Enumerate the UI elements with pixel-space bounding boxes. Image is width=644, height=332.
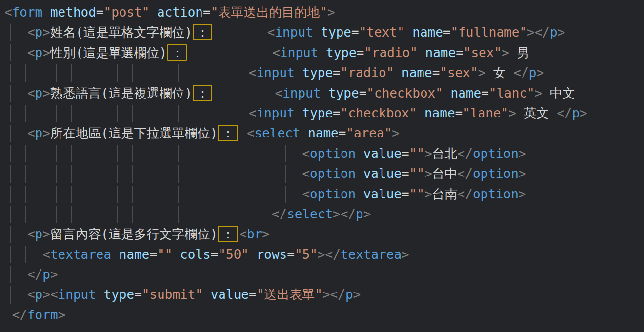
indent-guide xyxy=(255,186,255,203)
code-token: "radio" xyxy=(341,65,394,80)
code-token: < xyxy=(27,126,35,140)
indent-guide xyxy=(178,165,179,182)
code-token: > xyxy=(42,86,50,100)
code-line[interactable]: <p><input type="submit" value="送出表單"></p… xyxy=(4,285,644,305)
code-token: 台中 xyxy=(432,166,458,181)
code-token: input xyxy=(58,287,96,302)
indent-whitespace xyxy=(4,43,27,63)
code-line[interactable]: <p>姓名(這是單格文字欄位)： <input type="text" name… xyxy=(4,22,644,42)
code-token: option xyxy=(473,187,519,201)
code-token: 姓名(這是單格文字欄位) xyxy=(50,25,192,39)
indent-guide xyxy=(240,145,240,162)
code-line[interactable]: <form method="post" action="表單送出的目的地"> xyxy=(4,2,644,22)
ambiguous-character-highlight: ： xyxy=(193,24,212,40)
code-token: input xyxy=(257,65,295,80)
code-token: select xyxy=(255,126,301,140)
code-line[interactable]: <p>留言內容(這是多行文字欄位)：<br> xyxy=(4,224,644,244)
indent-guide xyxy=(56,145,57,162)
code-token: "" xyxy=(409,166,424,181)
code-line[interactable]: <p>熟悉語言(這是複選欄位)： <input type="checkbox" … xyxy=(4,83,644,103)
code-token: cols xyxy=(180,247,211,262)
code-token: > xyxy=(50,267,58,282)
code-token: </ xyxy=(458,146,473,161)
code-line[interactable]: <input type="radio" name="sex"> 女 </p> xyxy=(4,63,644,83)
indent-guide xyxy=(224,165,224,182)
code-token xyxy=(239,126,247,140)
code-token: option xyxy=(310,187,356,201)
code-token: "sex" xyxy=(463,45,502,60)
code-line[interactable]: <option value="">台中</option> xyxy=(4,164,644,184)
code-token: p xyxy=(550,25,558,39)
code-token: "" xyxy=(157,247,172,262)
code-token: p xyxy=(345,287,353,302)
code-line[interactable]: <option value="">台北</option> xyxy=(4,144,644,164)
code-token: > xyxy=(353,287,361,302)
code-token xyxy=(417,106,424,120)
ambiguous-character-highlight: ： xyxy=(167,44,187,61)
code-line[interactable]: </form> xyxy=(4,305,644,325)
code-line[interactable]: <option value="">台南</option> xyxy=(4,184,644,204)
code-token: "5" xyxy=(295,247,318,262)
indent-guide xyxy=(285,165,286,182)
code-token: > xyxy=(424,146,432,161)
code-line[interactable]: <textarea name="" cols="50" rows="5"></t… xyxy=(4,245,644,265)
code-token: </ xyxy=(535,25,550,39)
indent-guide xyxy=(117,145,118,162)
code-line[interactable]: </select></p> xyxy=(4,204,644,224)
indent-guide xyxy=(41,105,41,122)
code-token: > xyxy=(478,65,486,80)
code-token: > xyxy=(537,65,544,80)
code-token: < xyxy=(302,146,310,161)
code-token: > xyxy=(519,146,526,161)
code-token: "表單送出的目的地" xyxy=(211,5,327,20)
code-token: "lane" xyxy=(463,106,508,120)
indent-guide xyxy=(87,105,87,122)
code-token: < xyxy=(27,25,35,39)
code-token: < xyxy=(27,86,35,100)
code-token: = xyxy=(357,45,364,60)
indent-guide xyxy=(71,186,72,203)
indent-guide xyxy=(240,206,240,223)
code-token xyxy=(96,287,104,302)
indent-guide xyxy=(71,64,72,81)
indent-guide xyxy=(148,165,148,182)
indent-guide xyxy=(71,206,72,223)
indent-guide xyxy=(163,186,163,203)
code-token: select xyxy=(287,207,333,221)
code-token: < xyxy=(27,45,35,60)
indent-guide xyxy=(148,206,148,223)
code-token: "" xyxy=(409,187,424,201)
indent-guide xyxy=(56,206,57,223)
code-token: type xyxy=(326,45,357,60)
code-token: = xyxy=(287,247,295,262)
indent-guide xyxy=(10,266,11,283)
code-token: name xyxy=(451,86,482,100)
code-token: </ xyxy=(458,187,473,201)
code-line[interactable]: <p>性別(這是單選欄位)： <input type="radio" name=… xyxy=(4,43,644,63)
indent-guide xyxy=(285,145,286,162)
indent-whitespace xyxy=(4,204,272,224)
code-token: = xyxy=(402,166,409,181)
code-line[interactable]: <input type="checkbox" name="lane"> 英文 <… xyxy=(4,103,644,123)
indent-guide xyxy=(41,64,41,81)
code-token: "50" xyxy=(218,247,249,262)
code-token xyxy=(249,247,257,262)
code-token: br xyxy=(247,227,262,241)
code-token xyxy=(356,166,363,181)
code-token: > xyxy=(519,187,526,201)
indent-guide xyxy=(148,186,148,203)
code-token: 中文 xyxy=(542,86,575,100)
code-line[interactable]: </p> xyxy=(4,265,644,285)
code-token: = xyxy=(339,126,346,140)
code-line[interactable]: <p>所在地區(這是下拉選單欄位)： <select name="area"> xyxy=(4,123,644,143)
code-token: "lanc" xyxy=(489,86,535,100)
code-token: > xyxy=(42,227,50,241)
code-token: = xyxy=(443,25,451,39)
code-token: p xyxy=(529,65,537,80)
code-editor[interactable]: <form method="post" action="表單送出的目的地"><p… xyxy=(0,0,644,325)
code-token: name xyxy=(412,25,443,39)
code-token: </ xyxy=(458,166,473,181)
code-token: > xyxy=(502,45,509,60)
code-token: "fullname" xyxy=(451,25,527,39)
indent-guide xyxy=(209,64,209,81)
